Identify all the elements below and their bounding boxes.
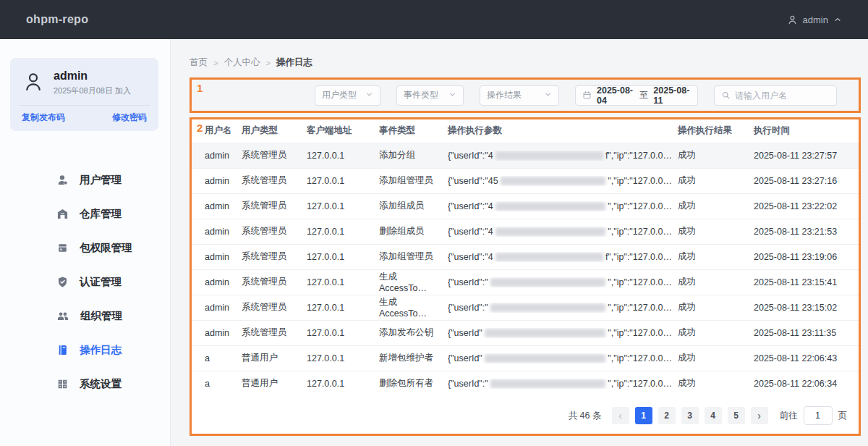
cell-user-type: 系统管理员 <box>239 295 304 320</box>
change-password-link[interactable]: 修改密码 <box>112 112 147 124</box>
log-table-row: admin系统管理员127.0.0.1添加分组{"userId":"4f","i… <box>192 143 859 168</box>
organization-icon <box>56 310 69 323</box>
warehouse-icon <box>56 208 69 220</box>
user-menu[interactable]: admin <box>787 14 842 25</box>
cell-operation-result: 成功 <box>675 269 751 295</box>
log-table-row: a普通用户127.0.0.1新增包维护者{"userId"","ip":"127… <box>192 345 859 371</box>
cell-client-address: 127.0.0.1 <box>304 345 376 371</box>
cell-event-type: 删除组成员 <box>376 219 445 244</box>
cell-event-type: 添加发布公钥 <box>376 320 445 345</box>
chevron-down-icon <box>365 91 373 101</box>
chevron-right-icon[interactable]: › <box>751 407 768 424</box>
redacted-blur <box>495 151 603 160</box>
log-table-row: admin系统管理员127.0.0.1添加组管理员{"userId":"45",… <box>192 168 859 193</box>
event-type-select[interactable]: 事件类型 <box>396 85 464 106</box>
page-button-4[interactable]: 4 <box>705 407 722 424</box>
param-prefix: {"userId":"4 <box>448 252 493 262</box>
table-header: 用户名用户类型客户端地址事件类型操作执行参数操作执行结果执行时间 <box>192 119 859 143</box>
redacted-blur <box>490 303 606 312</box>
profile-avatar-icon <box>22 70 45 96</box>
param-suffix: ","ip":"127.0.0… <box>608 176 672 186</box>
cell-client-address: 127.0.0.1 <box>304 244 376 269</box>
log-table-row: admin系统管理员127.0.0.1添加组管理员{"userId":"4f",… <box>192 244 859 269</box>
redacted-blur <box>495 227 606 236</box>
cell-execution-time: 2025-08-11 23:19:06 <box>751 244 859 269</box>
log-table-row: admin系统管理员127.0.0.1生成AccessTo…{"userId":… <box>192 269 859 295</box>
cell-operation-result: 成功 <box>675 345 751 371</box>
cell-user-type: 普通用户 <box>239 371 304 396</box>
sidebar-item-users[interactable]: 用户管理 <box>0 163 170 197</box>
cell-username: a <box>192 345 239 371</box>
column-header: 客户端地址 <box>304 119 376 143</box>
date-range-start: 2025-08-04 <box>597 85 634 106</box>
column-header: 操作执行参数 <box>445 119 675 143</box>
sidebar-item-auth[interactable]: 认证管理 <box>0 265 170 299</box>
sidebar-item-repos[interactable]: 仓库管理 <box>0 197 170 231</box>
cell-execution-time: 2025-08-11 23:27:16 <box>751 168 859 193</box>
breadcrumb-personal-center[interactable]: 个人中心 <box>224 56 260 69</box>
breadcrumb-home[interactable]: 首页 <box>190 56 208 69</box>
page-button-2[interactable]: 2 <box>658 407 676 424</box>
cell-client-address: 127.0.0.1 <box>304 269 376 295</box>
sidebar-item-package-permission[interactable]: 包权限管理 <box>0 231 170 265</box>
param-prefix: {"userId" <box>448 328 482 338</box>
breadcrumb: 首页 > 个人中心 > 操作日志 <box>190 56 861 69</box>
param-suffix: ","ip":"127.0.0… <box>608 303 672 313</box>
cell-event-type: 添加分组 <box>376 143 445 168</box>
cell-client-address: 127.0.0.1 <box>304 219 376 244</box>
cell-event-type: 添加组成员 <box>376 193 445 219</box>
sidebar-item-logs[interactable]: 操作日志 <box>0 333 170 367</box>
sidebar: admin 2025年08月08日 加入 复制发布码 修改密码 用户管理仓库管理… <box>0 39 171 446</box>
settings-grid-icon <box>56 378 69 390</box>
cell-operation-result: 成功 <box>675 244 751 269</box>
page-button-1[interactable]: 1 <box>635 407 652 424</box>
shield-icon <box>56 276 69 288</box>
log-table-row: admin系统管理员127.0.0.1生成AccessTo…{"userId":… <box>192 295 859 320</box>
cell-client-address: 127.0.0.1 <box>304 168 376 193</box>
operation-result-select[interactable]: 操作结果 <box>480 85 559 106</box>
cell-operation-result: 成功 <box>675 371 751 396</box>
cell-event-type: 删除包所有者 <box>376 371 445 396</box>
chevron-down-icon <box>448 91 456 101</box>
sidebar-item-organization[interactable]: 组织管理 <box>0 299 170 333</box>
cell-username: admin <box>192 168 239 193</box>
cell-execution-time: 2025-08-11 23:15:02 <box>751 295 859 320</box>
breadcrumb-current: 操作日志 <box>276 56 312 69</box>
column-header: 用户类型 <box>239 119 304 143</box>
page-unit-label: 页 <box>838 410 848 422</box>
redacted-blur <box>490 379 606 388</box>
cell-user-type: 系统管理员 <box>239 244 304 269</box>
search-icon <box>721 91 731 100</box>
goto-label: 前往 <box>780 410 798 422</box>
cell-user-type: 普通用户 <box>239 345 304 371</box>
cell-execution-time: 2025-08-11 22:06:43 <box>751 345 859 371</box>
cell-client-address: 127.0.0.1 <box>304 193 376 219</box>
cell-execution-time: 2025-08-11 23:22:02 <box>751 193 859 219</box>
cell-user-type: 系统管理员 <box>239 193 304 219</box>
page-button-5[interactable]: 5 <box>728 407 745 424</box>
param-suffix: ","ip":"127.0.0… <box>608 379 672 389</box>
page-button-3[interactable]: 3 <box>681 407 699 424</box>
cell-event-type: 新增包维护者 <box>376 345 445 371</box>
date-range-separator: 至 <box>639 89 648 101</box>
cell-username: a <box>192 371 239 396</box>
redacted-blur <box>490 278 606 287</box>
user-type-select[interactable]: 用户类型 <box>315 85 380 106</box>
cell-event-type: 添加组管理员 <box>376 168 445 193</box>
page-buttons: 12345 <box>635 407 745 424</box>
cell-operation-params: {"userId":"45","ip":"127.0.0… <box>445 168 675 193</box>
cell-operation-result: 成功 <box>675 193 751 219</box>
goto-page-input[interactable] <box>804 406 833 425</box>
cell-operation-params: {"userId":"4","ip":"127.0.0… <box>445 219 675 244</box>
chevron-left-icon[interactable]: ‹ <box>612 407 629 424</box>
operation-result-select-placeholder: 操作结果 <box>487 89 522 101</box>
cell-operation-params: {"userId":"","ip":"127.0.0… <box>445 295 675 320</box>
redacted-blur <box>501 177 606 185</box>
sidebar-item-settings[interactable]: 系统设置 <box>0 367 170 401</box>
username-search-input[interactable] <box>735 91 830 101</box>
date-range-picker[interactable]: 2025-08-04 至 2025-08-11 <box>575 85 698 106</box>
param-prefix: {"userId":" <box>448 379 488 389</box>
cell-execution-time: 2025-08-11 23:11:35 <box>751 320 859 345</box>
profile-top: admin 2025年08月08日 加入 <box>22 70 147 96</box>
copy-publish-code-link[interactable]: 复制发布码 <box>22 112 65 124</box>
